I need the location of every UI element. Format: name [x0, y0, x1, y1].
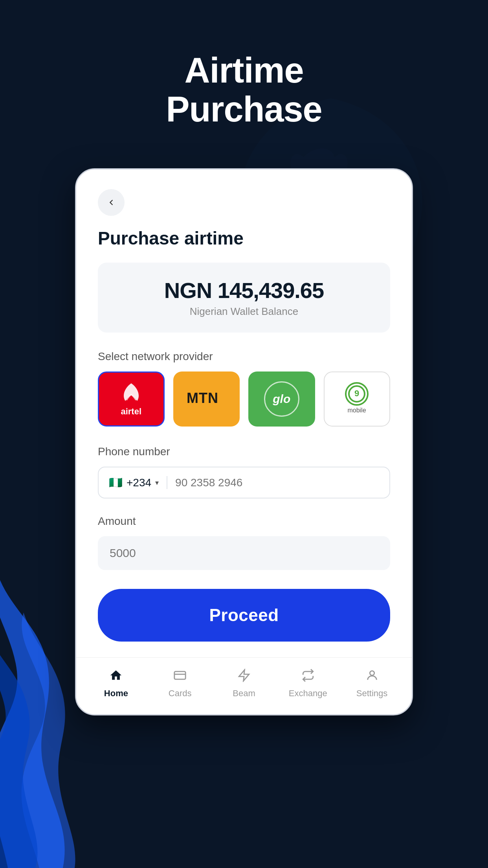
back-button[interactable] [98, 189, 125, 216]
exchange-icon [301, 669, 315, 685]
country-selector[interactable]: 🇳🇬 +234 ▾ [109, 476, 167, 489]
nav-beam-label: Beam [233, 688, 255, 699]
nav-item-settings[interactable]: Settings [350, 669, 394, 699]
nav-cards-label: Cards [169, 688, 192, 699]
airtel-label: airtel [121, 406, 141, 417]
glo-label: glo [273, 392, 290, 406]
beam-icon [237, 669, 251, 685]
nine-mobile-button[interactable]: 9 mobile [324, 371, 391, 427]
nigeria-flag-icon: 🇳🇬 [109, 476, 123, 489]
settings-icon [365, 669, 379, 685]
airtel-logo: airtel [116, 381, 147, 417]
mtn-button[interactable]: MTN [173, 371, 240, 427]
nav-item-exchange[interactable]: Exchange [286, 669, 330, 699]
svg-text:mobile: mobile [348, 407, 366, 414]
nav-item-beam[interactable]: Beam [222, 669, 266, 699]
cards-icon [173, 669, 187, 685]
balance-label: Nigerian Wallet Balance [110, 305, 378, 318]
amount-input-container [98, 536, 390, 570]
bottom-nav: Home Cards Beam [76, 657, 412, 714]
nav-exchange-label: Exchange [289, 688, 327, 699]
phone-number-input[interactable] [175, 476, 379, 489]
amount-input[interactable] [110, 546, 378, 560]
phone-number-label: Phone number [98, 445, 390, 458]
nine-mobile-logo: 9 mobile [337, 379, 376, 419]
country-code: +234 [127, 476, 151, 489]
page-title: Airtime Purchase [166, 51, 322, 129]
section-title: Purchase airtime [98, 228, 390, 249]
glo-button[interactable]: glo [248, 371, 315, 427]
network-provider-grid: airtel MTN glo 9 mobile [98, 371, 390, 427]
nav-settings-label: Settings [356, 688, 388, 699]
proceed-button[interactable]: Proceed [98, 589, 390, 642]
svg-point-7 [370, 671, 374, 675]
country-chevron-icon: ▾ [155, 478, 159, 487]
main-card: Purchase airtime NGN 145,439.65 Nigerian… [75, 168, 413, 715]
svg-text:9: 9 [354, 388, 359, 398]
home-icon [109, 669, 123, 685]
airtel-button[interactable]: airtel [98, 371, 165, 427]
balance-card: NGN 145,439.65 Nigerian Wallet Balance [98, 263, 390, 333]
nav-item-cards[interactable]: Cards [158, 669, 202, 699]
nav-home-label: Home [104, 688, 128, 699]
page-title-line2: Purchase [166, 90, 322, 129]
svg-rect-5 [174, 671, 185, 679]
page-title-line1: Airtime [166, 51, 322, 90]
mtn-logo: MTN [185, 388, 228, 410]
network-provider-label: Select network provider [98, 350, 390, 363]
balance-amount: NGN 145,439.65 [110, 278, 378, 303]
amount-label: Amount [98, 515, 390, 528]
svg-text:MTN: MTN [187, 390, 218, 406]
nav-item-home[interactable]: Home [94, 669, 138, 699]
phone-input-container: 🇳🇬 +234 ▾ [98, 467, 390, 498]
glo-logo: glo [264, 381, 299, 417]
